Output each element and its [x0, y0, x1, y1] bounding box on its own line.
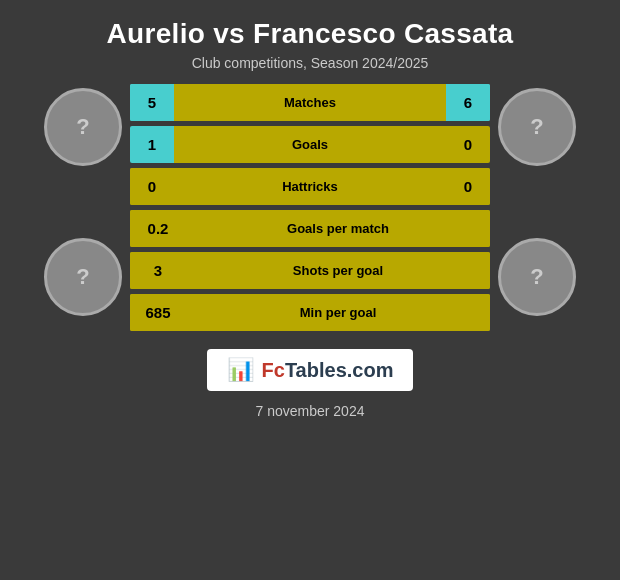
- stat-row-hattricks: 0 Hattricks 0: [130, 168, 490, 205]
- stat-right-value-goals: 0: [446, 126, 490, 163]
- avatar-left-bottom-icon: ?: [76, 264, 89, 290]
- stat-label-hattricks: Hattricks: [174, 168, 446, 205]
- stat-left-value-goals: 1: [130, 126, 174, 163]
- stat-label-goals: Goals: [174, 126, 446, 163]
- stat-left-value-goals-per-match: 0.2: [130, 210, 186, 247]
- stat-row-shots-per-goal: 3 Shots per goal: [130, 252, 490, 289]
- avatar-left-bottom: ?: [44, 238, 122, 316]
- avatar-left-top: ?: [44, 88, 122, 166]
- left-avatars: ? ?: [44, 88, 122, 316]
- date-text: 7 november 2024: [256, 403, 365, 419]
- stat-right-value-matches: 6: [446, 84, 490, 121]
- comparison-area: ? ? 5 Matches 6 1 Goals 0 0 Hattricks 0 …: [0, 79, 620, 331]
- stat-left-value-hattricks: 0: [130, 168, 174, 205]
- stat-label-matches: Matches: [174, 84, 446, 121]
- stat-label-goals-per-match: Goals per match: [186, 210, 490, 247]
- stat-right-value-hattricks: 0: [446, 168, 490, 205]
- subtitle: Club competitions, Season 2024/2025: [20, 55, 600, 71]
- main-title: Aurelio vs Francesco Cassata: [20, 18, 600, 50]
- stat-row-min-per-goal: 685 Min per goal: [130, 294, 490, 331]
- avatar-right-top: ?: [498, 88, 576, 166]
- stat-left-value-matches: 5: [130, 84, 174, 121]
- stat-label-shots-per-goal: Shots per goal: [186, 252, 490, 289]
- stats-container: 5 Matches 6 1 Goals 0 0 Hattricks 0 0.2 …: [130, 84, 490, 331]
- avatar-right-bottom: ?: [498, 238, 576, 316]
- right-avatars: ? ?: [498, 88, 576, 316]
- logo-box: 📊 FcTables.com: [207, 349, 414, 391]
- stat-row-goals-per-match: 0.2 Goals per match: [130, 210, 490, 247]
- logo-chart-icon: 📊: [227, 357, 254, 383]
- logo-text: FcTables.com: [262, 359, 394, 382]
- logo-section: 📊 FcTables.com 7 november 2024: [207, 349, 414, 419]
- stat-label-min-per-goal: Min per goal: [186, 294, 490, 331]
- avatar-right-bottom-icon: ?: [530, 264, 543, 290]
- avatar-right-top-icon: ?: [530, 114, 543, 140]
- stat-row-goals: 1 Goals 0: [130, 126, 490, 163]
- stat-left-value-shots-per-goal: 3: [130, 252, 186, 289]
- stat-left-value-min-per-goal: 685: [130, 294, 186, 331]
- avatar-left-top-icon: ?: [76, 114, 89, 140]
- header: Aurelio vs Francesco Cassata Club compet…: [0, 0, 620, 79]
- stat-row-matches: 5 Matches 6: [130, 84, 490, 121]
